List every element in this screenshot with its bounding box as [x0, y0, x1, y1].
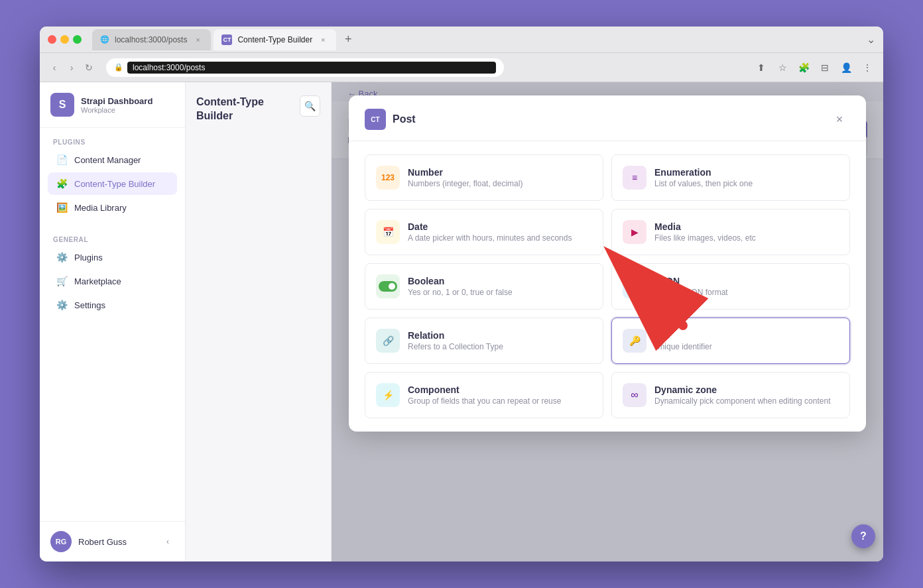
address-bar[interactable]: 🔒 localhost:3000/posts [106, 58, 504, 77]
close-traffic-light[interactable] [48, 35, 56, 44]
star-icon[interactable]: ☆ [774, 60, 790, 76]
enumeration-field-icon: ≡ [623, 166, 646, 190]
settings-label: Settings [74, 300, 105, 310]
relation-field-desc: Refers to a Collection Type [408, 342, 503, 351]
sidebar-item-plugins[interactable]: ⚙️ Plugins [48, 246, 177, 268]
field-card-dynamic-zone[interactable]: ∞ Dynamic zone Dynamically pick componen… [611, 372, 850, 418]
plugins-section-label: PLUGINS [48, 139, 177, 146]
media-library-icon: 🖼️ [56, 202, 68, 213]
field-type-grid: 123 Number Numbers (integer, float, deci… [365, 154, 850, 418]
field-card-date[interactable]: 📅 Date A date picker with hours, minutes… [365, 209, 603, 255]
split-view-icon[interactable]: ⊟ [817, 60, 833, 76]
content-type-builder-icon: 🧩 [56, 178, 68, 190]
plugins-icon: ⚙️ [56, 251, 68, 263]
tab2-favicon: CT [221, 34, 232, 45]
component-field-desc: Group of fields that you can repeat or r… [408, 396, 561, 406]
builder-header: Content-Type Builder 🔍 [186, 82, 331, 131]
date-field-desc: A date picker with hours, minutes and se… [408, 233, 572, 243]
media-field-desc: Files like images, videos, etc [654, 233, 756, 243]
minimize-traffic-light[interactable] [60, 35, 69, 44]
media-library-label: Media Library [74, 203, 127, 213]
extension-icon[interactable]: 🧩 [796, 60, 812, 76]
boolean-field-name: Boolean [408, 276, 513, 286]
uid-field-icon: 🔑 [623, 329, 646, 353]
browser-titlebar: 🌐 localhost:3000/posts × CT Content-Type… [40, 27, 883, 53]
field-card-enumeration[interactable]: ≡ Enumeration List of values, then pick … [611, 154, 850, 201]
marketplace-label: Marketplace [74, 276, 121, 286]
share-icon[interactable]: ⬆ [753, 60, 769, 76]
tab2-close-icon[interactable]: × [318, 34, 328, 45]
field-card-json[interactable]: {…} JSON Data in JSON format [611, 263, 850, 310]
number-field-desc: Numbers (integer, float, decimal) [408, 179, 523, 188]
dynamic-zone-field-name: Dynamic zone [654, 384, 830, 395]
date-field-icon: 📅 [376, 220, 400, 244]
json-field-name: JSON [654, 276, 728, 286]
tab2-label: Content-Type Builder [237, 35, 312, 44]
field-card-component[interactable]: ⚡ Component Group of fields that you can… [365, 372, 603, 418]
relation-field-icon: 🔗 [376, 329, 400, 353]
forward-button[interactable]: › [65, 61, 78, 74]
sidebar-item-media-library[interactable]: 🖼️ Media Library [48, 196, 177, 219]
content-type-builder-label: Content-Type Builder [74, 179, 155, 189]
modal-header: CT Post × [349, 95, 866, 141]
user-avatar: RG [50, 531, 72, 552]
builder-search-button[interactable]: 🔍 [300, 95, 320, 117]
component-field-info: Component Group of fields that you can r… [408, 384, 561, 406]
back-button[interactable]: ‹ [48, 61, 61, 74]
tab1-label: localhost:3000/posts [115, 35, 187, 44]
url-input[interactable]: localhost:3000/posts [127, 62, 496, 74]
media-field-name: Media [654, 221, 756, 232]
maximize-traffic-light[interactable] [73, 35, 82, 44]
sidebar-item-marketplace[interactable]: 🛒 Marketplace [48, 270, 177, 292]
traffic-lights [48, 35, 82, 44]
sidebar-item-content-manager[interactable]: 📄 Content Manager [48, 148, 177, 171]
media-field-icon: ▶ [623, 220, 646, 244]
lock-icon: 🔒 [114, 63, 123, 72]
plugins-label: Plugins [74, 253, 103, 263]
browser-tab-posts[interactable]: 🌐 localhost:3000/posts × [92, 29, 211, 50]
field-card-media[interactable]: ▶ Media Files like images, videos, etc [611, 209, 850, 255]
general-section-label: GENERAL [48, 236, 177, 243]
menu-icon[interactable]: ⋮ [859, 60, 875, 76]
date-field-name: Date [408, 221, 572, 232]
main-content: Content-Type Builder 🔍 ← Back Post [186, 82, 883, 561]
marketplace-icon: 🛒 [56, 275, 68, 287]
app-container: S Strapi Dashboard Workplace PLUGINS 📄 C… [40, 82, 883, 561]
settings-icon: ⚙️ [56, 299, 68, 311]
relation-field-name: Relation [408, 330, 503, 341]
collapse-sidebar-button[interactable]: ‹ [161, 535, 174, 548]
field-card-uid[interactable]: 🔑 UID Unique identifier [611, 318, 850, 364]
dynamic-zone-field-info: Dynamic zone Dynamically pick component … [654, 384, 830, 406]
content-manager-icon: 📄 [56, 154, 68, 166]
field-card-boolean[interactable]: Boolean Yes or no, 1 or 0, true or false [365, 263, 603, 310]
modal-close-button[interactable]: × [829, 109, 850, 130]
new-tab-button[interactable]: + [339, 30, 357, 49]
address-bar-row: ‹ › ↻ 🔒 localhost:3000/posts ⬆ ☆ 🧩 ⊟ 👤 ⋮ [40, 53, 883, 82]
help-button[interactable]: ? [851, 524, 875, 548]
uid-field-info: UID Unique identifier [654, 330, 712, 351]
sidebar-item-content-type-builder[interactable]: 🧩 Content-Type Builder [48, 172, 177, 195]
content-manager-label: Content Manager [74, 155, 141, 165]
boolean-field-info: Boolean Yes or no, 1 or 0, true or false [408, 276, 513, 297]
boolean-field-desc: Yes or no, 1 or 0, true or false [408, 288, 513, 297]
field-card-relation[interactable]: 🔗 Relation Refers to a Collection Type [365, 318, 603, 364]
profile-icon[interactable]: 👤 [838, 60, 854, 76]
chevron-down-icon[interactable]: ⌄ [867, 33, 875, 46]
content-area-inner: Content-Type Builder 🔍 ← Back Post [186, 82, 883, 561]
modal-title-area: CT Post [365, 109, 416, 130]
dynamic-zone-field-desc: Dynamically pick component when editing … [654, 396, 830, 406]
component-field-icon: ⚡ [376, 383, 400, 407]
tab1-close-icon[interactable]: × [192, 34, 203, 45]
tab1-favicon: 🌐 [100, 35, 109, 44]
date-field-info: Date A date picker with hours, minutes a… [408, 221, 572, 243]
boolean-field-icon [376, 274, 400, 298]
field-card-number[interactable]: 123 Number Numbers (integer, float, deci… [365, 154, 603, 201]
dynamic-zone-field-icon: ∞ [623, 383, 646, 407]
sidebar-item-settings[interactable]: ⚙️ Settings [48, 294, 177, 316]
json-field-desc: Data in JSON format [654, 288, 728, 297]
relation-field-info: Relation Refers to a Collection Type [408, 330, 503, 351]
reload-button[interactable]: ↻ [82, 61, 95, 74]
sidebar-brand: S Strapi Dashboard Workplace [40, 82, 185, 128]
right-content: ← Back Post ✏️ Edit Bui [332, 82, 883, 561]
browser-tab-builder[interactable]: CT Content-Type Builder × [214, 29, 336, 50]
